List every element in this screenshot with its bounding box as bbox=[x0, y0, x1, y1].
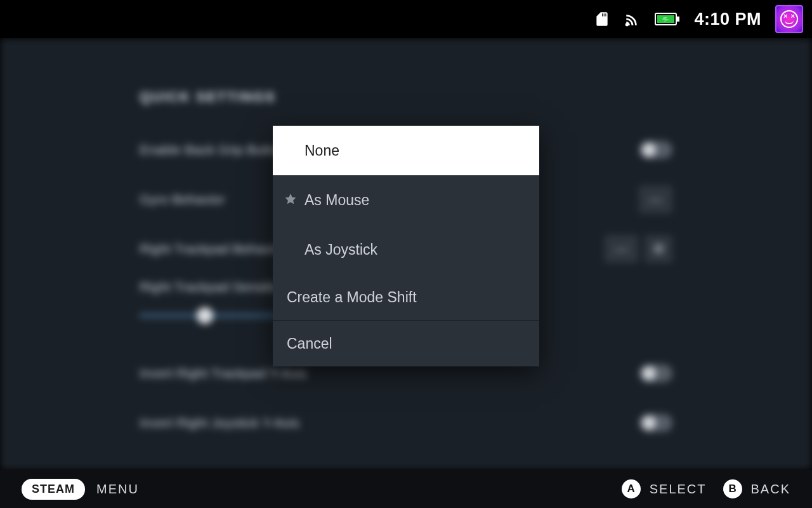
behavior-modal: None As Mouse As Joystick Create a Mode … bbox=[273, 126, 539, 366]
modal-action-label: Create a Mode Shift bbox=[287, 289, 417, 306]
footer-menu-label: MENU bbox=[96, 482, 139, 497]
b-button-label: BACK bbox=[751, 482, 790, 497]
toggle[interactable] bbox=[639, 364, 672, 382]
dropdown[interactable]: — bbox=[639, 185, 672, 213]
gear-icon[interactable]: ⚙ bbox=[645, 235, 672, 263]
toggle[interactable] bbox=[639, 141, 672, 159]
dropdown[interactable]: — bbox=[605, 235, 638, 263]
row-invert-joystick: Invert Right Joystick Y-Axis bbox=[140, 404, 672, 442]
modal-option-as-mouse[interactable]: As Mouse bbox=[273, 175, 539, 225]
modal-option-label: As Mouse bbox=[304, 192, 369, 209]
cast-icon bbox=[624, 11, 641, 27]
a-button-label: SELECT bbox=[650, 482, 707, 497]
row-label: Invert Right Joystick Y-Axis bbox=[140, 415, 299, 431]
modal-option-label: None bbox=[304, 142, 339, 159]
b-button-icon: B bbox=[723, 479, 742, 498]
steam-button[interactable]: STEAM bbox=[22, 479, 85, 500]
row-label: Right Trackpad Sensitivity bbox=[140, 279, 293, 295]
modal-cancel[interactable]: Cancel bbox=[273, 321, 539, 366]
svg-point-0 bbox=[626, 23, 628, 25]
row-label: Invert Right Trackpad Y-Axis bbox=[140, 366, 307, 381]
battery-icon bbox=[655, 12, 680, 26]
row-label: Enable Back Grip Buttons bbox=[140, 142, 292, 157]
modal-option-label: As Joystick bbox=[304, 241, 377, 258]
avatar[interactable] bbox=[775, 5, 803, 33]
row-label: Gyro Behavior bbox=[140, 192, 225, 207]
modal-option-as-joystick[interactable]: As Joystick bbox=[273, 225, 539, 274]
row-label: Right Trackpad Behavior bbox=[140, 241, 285, 257]
star-icon bbox=[284, 192, 297, 209]
a-button-icon: A bbox=[622, 479, 641, 498]
status-bar: 4:10 PM bbox=[0, 0, 812, 38]
footer-bar: STEAM MENU A SELECT B BACK bbox=[0, 470, 812, 508]
sd-card-icon bbox=[594, 11, 610, 27]
section-title: QUICK SETTINGS bbox=[140, 89, 672, 105]
clock: 4:10 PM bbox=[694, 10, 761, 29]
modal-create-mode-shift[interactable]: Create a Mode Shift bbox=[273, 274, 539, 320]
svg-rect-2 bbox=[677, 17, 679, 22]
modal-option-none[interactable]: None bbox=[273, 126, 539, 175]
toggle[interactable] bbox=[639, 414, 672, 432]
avatar-face-icon bbox=[780, 10, 798, 28]
modal-cancel-label: Cancel bbox=[287, 335, 332, 352]
